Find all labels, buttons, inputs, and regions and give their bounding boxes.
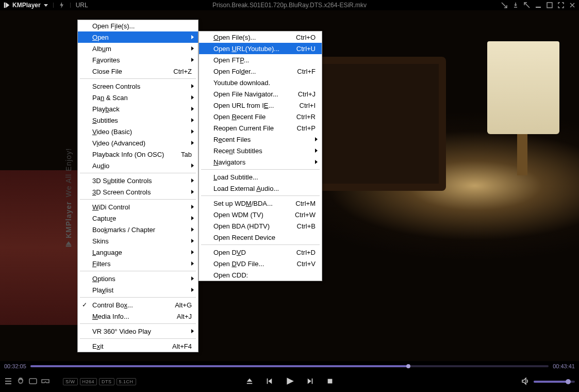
menu-item[interactable]: Navigators — [199, 156, 322, 168]
menu-item[interactable]: Pan & Scan — [78, 92, 198, 103]
menu-item[interactable]: Open File Navigator...Ctrl+J — [199, 88, 322, 100]
menu-item-label: Capture — [92, 215, 192, 222]
menu-item[interactable]: Reopen Current FileCtrl+P — [199, 122, 322, 134]
menu-item-label: Open — [92, 34, 192, 41]
menu-item-label: Set up WDM/BDA... — [213, 200, 285, 207]
volume-icon[interactable] — [521, 377, 530, 387]
menu-item[interactable]: Load Subtitle... — [199, 171, 322, 183]
menu-item[interactable]: Open File(s)... — [78, 20, 198, 31]
menu-separator — [201, 195, 320, 196]
menu-item[interactable]: VR 360° Video Play — [78, 325, 198, 337]
menu-item-label: 3D Subtitle Controls — [92, 177, 192, 185]
menu-item-label: Open DVD File... — [213, 260, 287, 268]
close-button[interactable] — [569, 2, 576, 9]
menu-item[interactable]: 3D Subtitle Controls — [78, 175, 198, 186]
menu-item[interactable]: WiDi Control — [78, 201, 198, 213]
menu-item[interactable]: Subtitles — [78, 115, 198, 126]
menu-item[interactable]: Control Box...Alt+G — [78, 299, 198, 311]
menu-item[interactable]: Video (Basic) — [78, 126, 198, 137]
next-button[interactable] — [307, 378, 314, 386]
settings-icon[interactable] — [16, 377, 25, 387]
album-icon[interactable] — [29, 377, 37, 387]
menu-item[interactable]: Options — [78, 273, 198, 284]
menu-item[interactable]: Open URL(Youtube)...Ctrl+U — [199, 43, 322, 54]
menu-item[interactable]: Close FileCtrl+Z — [78, 66, 198, 77]
window-title-filename: Prison.Break.S01E01.720p.BluRay.DTS.x264… — [212, 2, 367, 9]
menu-item[interactable]: Open Folder...Ctrl+F — [199, 66, 322, 77]
menu-item-label: Filters — [92, 260, 192, 268]
previous-button[interactable] — [266, 378, 273, 386]
menu-item[interactable]: Media Info...Alt+J — [78, 311, 198, 322]
context-menu[interactable]: Open File(s)...OpenAlbumFavoritesClose F… — [77, 20, 198, 352]
menu-item[interactable]: Playback Info (On OSC)Tab — [78, 149, 198, 160]
menu-item[interactable]: ExitAlt+F4 — [78, 340, 198, 352]
fullscreen-button[interactable] — [557, 2, 565, 9]
menu-item[interactable]: Load External Audio... — [199, 183, 322, 194]
menu-item[interactable]: Open Recent FileCtrl+R — [199, 111, 322, 122]
app-menu-button[interactable]: KMPlayer — [3, 2, 48, 9]
menu-item-label: VR 360° Video Play — [92, 328, 192, 335]
menu-item[interactable]: Playlist — [78, 284, 198, 296]
menu-item-label: Close File — [92, 68, 163, 75]
minimize-button[interactable] — [535, 2, 542, 9]
eject-button[interactable] — [246, 378, 253, 386]
menu-item[interactable]: Open FTP... — [199, 54, 322, 66]
menu-item-shortcut: Ctrl+I — [300, 102, 316, 109]
menu-item[interactable]: Open DVD File...Ctrl+V — [199, 258, 322, 269]
menu-item[interactable]: Video (Advanced) — [78, 137, 198, 149]
lightning-icon[interactable] — [59, 2, 65, 8]
menu-item-label: Album — [92, 45, 192, 53]
pin-icon[interactable] — [512, 2, 519, 9]
menu-item[interactable]: Open CDD: — [199, 269, 322, 281]
menu-item[interactable]: Skins — [78, 235, 198, 247]
vr-icon[interactable] — [41, 377, 49, 387]
menu-item-label: Control Box... — [92, 301, 164, 309]
menu-item[interactable]: Open Recent Device — [199, 232, 322, 243]
menu-item-label: Open DVD — [213, 249, 286, 256]
seek-bar[interactable] — [30, 365, 549, 367]
menu-item-label: Language — [92, 249, 192, 256]
menu-item-label: Open BDA (HDTV) — [213, 222, 287, 230]
menu-item[interactable]: Audio — [78, 160, 198, 171]
brand-watermark: KMPlayer We All Enjoy! — [64, 148, 73, 248]
maximize-button[interactable] — [546, 2, 553, 9]
menu-separator — [201, 169, 320, 170]
menu-item[interactable]: Open — [78, 31, 198, 43]
menu-item[interactable]: Language — [78, 247, 198, 258]
menu-item-shortcut: Ctrl+D — [296, 249, 316, 256]
menu-item-label: Load External Audio... — [213, 185, 316, 192]
open-submenu[interactable]: Open File(s)...Ctrl+OOpen URL(Youtube)..… — [198, 31, 322, 281]
menu-item[interactable]: Youtube download. — [199, 77, 322, 88]
menu-separator — [80, 173, 196, 173]
menu-item[interactable]: Bookmarks / Chapter — [78, 224, 198, 235]
pin-bottomright-icon[interactable] — [501, 2, 508, 9]
menu-item[interactable]: Set up WDM/BDA...Ctrl+M — [199, 198, 322, 209]
menu-item[interactable]: Open URL from IE...Ctrl+I — [199, 100, 322, 111]
menu-item[interactable]: 3D Screen Controls — [78, 186, 198, 198]
menu-item[interactable]: Screen Controls — [78, 80, 198, 92]
menu-item[interactable]: Recent Subtitles — [199, 145, 322, 156]
menu-item[interactable]: Favorites — [78, 54, 198, 66]
playlist-icon[interactable] — [4, 377, 12, 387]
menu-item[interactable]: Recent Files — [199, 134, 322, 145]
menu-item[interactable]: Filters — [78, 258, 198, 269]
play-button[interactable] — [285, 377, 294, 387]
pin-topleft-icon[interactable] — [523, 2, 531, 9]
stop-button[interactable] — [326, 378, 334, 386]
menu-item[interactable]: Open WDM (TV)Ctrl+W — [199, 209, 322, 220]
chevron-right-icon — [191, 95, 194, 100]
menu-item[interactable]: Playback — [78, 103, 198, 115]
menu-item-label: 3D Screen Controls — [92, 188, 192, 196]
menu-item-label: Playlist — [92, 286, 192, 294]
menu-item-shortcut: Ctrl+J — [298, 90, 316, 98]
url-button[interactable]: URL — [76, 2, 88, 9]
menu-item-shortcut: Tab — [181, 151, 192, 158]
menu-item[interactable]: Capture — [78, 213, 198, 224]
menu-item[interactable]: Album — [78, 43, 198, 54]
volume-slider[interactable] — [534, 381, 575, 383]
menu-item[interactable]: Open File(s)...Ctrl+O — [199, 31, 322, 43]
menu-item-label: Reopen Current File — [213, 124, 287, 132]
menu-item[interactable]: Open BDA (HDTV)Ctrl+B — [199, 220, 322, 232]
menu-item[interactable]: Open DVDCtrl+D — [199, 247, 322, 258]
chevron-right-icon — [191, 58, 194, 62]
